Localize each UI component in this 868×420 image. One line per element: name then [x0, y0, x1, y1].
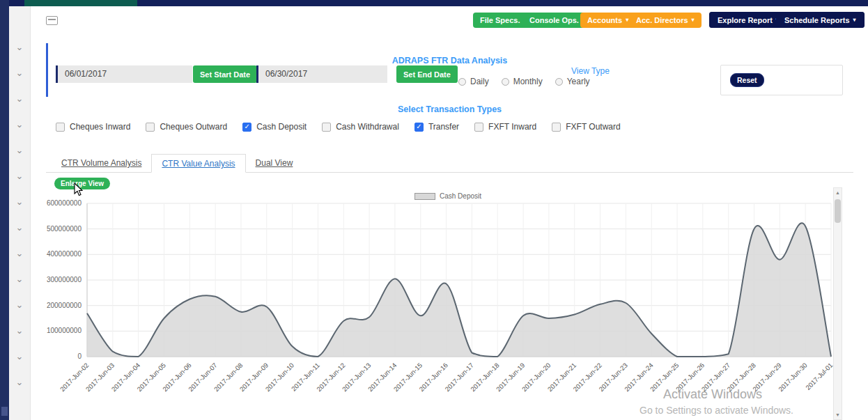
- checkbox-fxft-inward[interactable]: ✓ FXFT Inward: [474, 122, 536, 132]
- transaction-type-checkboxes: ✓ Cheques Inward ✓ Cheques Outward ✓ Cas…: [56, 122, 621, 132]
- chevron-down-icon[interactable]: ⌄: [16, 68, 24, 77]
- chevron-down-icon[interactable]: ⌄: [16, 120, 24, 129]
- chevron-down-icon[interactable]: ⌄: [16, 274, 24, 283]
- accounts-label: Accounts: [587, 16, 622, 24]
- chart-scrollbar[interactable]: ▲ ▼: [833, 187, 842, 420]
- tab-dual-view[interactable]: Dual View: [246, 154, 303, 172]
- scrollbar-thumb[interactable]: [835, 199, 841, 223]
- chevron-down-icon[interactable]: ⌄: [16, 171, 24, 180]
- caret-down-icon: ▾: [853, 17, 856, 23]
- cheques-inward-box[interactable]: ✓: [56, 123, 65, 132]
- transaction-types-label: Select Transaction Types: [46, 104, 853, 114]
- rail-scroll-thumb[interactable]: [1, 407, 8, 416]
- radio-daily-dot[interactable]: [458, 78, 466, 86]
- cash-withdrawal-label: Cash Withdrawal: [336, 122, 399, 132]
- checkbox-cheques-outward[interactable]: ✓ Cheques Outward: [146, 122, 227, 132]
- radio-yearly-dot[interactable]: [555, 78, 563, 86]
- check-icon: ✓: [244, 123, 249, 130]
- set-start-date-button[interactable]: Set Start Date: [193, 65, 257, 83]
- svg-text:2017-Jul-01: 2017-Jul-01: [804, 361, 834, 391]
- collapse-panel-icon[interactable]: [46, 16, 58, 25]
- checkbox-fxft-outward[interactable]: ✓ FXFT Outward: [552, 122, 620, 132]
- fxft-inward-label: FXFT Inward: [488, 122, 536, 132]
- checkbox-cash-withdrawal[interactable]: ✓ Cash Withdrawal: [322, 122, 399, 132]
- form-accent-bar: [46, 43, 48, 97]
- left-navy-rail: [0, 0, 9, 420]
- radio-yearly-label: Yearly: [567, 77, 590, 86]
- transfer-box[interactable]: ✓: [414, 123, 424, 132]
- chevron-down-icon[interactable]: ⌄: [16, 378, 24, 387]
- schedule-reports-button[interactable]: Schedule Reports ▾: [776, 12, 865, 28]
- radio-yearly[interactable]: Yearly: [555, 77, 590, 86]
- acc-directors-label: Acc. Directors: [636, 16, 688, 24]
- schedule-reports-label: Schedule Reports: [784, 16, 850, 24]
- sidebar-menu: ⌄ ⌄ ⌄ ⌄ ⌄ ⌄ ⌄ ⌄ ⌄ ⌄ ⌄ ⌄ ⌄ ⌄: [9, 6, 31, 420]
- fxft-inward-box[interactable]: ✓: [474, 123, 483, 132]
- caret-down-icon: ▾: [692, 17, 695, 23]
- tab-ctr-value-analysis[interactable]: CTR Value Analysis: [151, 154, 245, 173]
- file-specs-label: File Specs.: [480, 16, 520, 24]
- radio-monthly-dot[interactable]: [502, 78, 509, 86]
- check-icon: ✓: [416, 123, 421, 130]
- chevron-down-icon[interactable]: ⌄: [16, 300, 24, 309]
- activate-windows-watermark: Activate Windows: [663, 387, 762, 402]
- radio-daily-label: Daily: [470, 77, 489, 86]
- tab-ctr-volume-analysis[interactable]: CTR Volume Analysis: [52, 154, 151, 172]
- activate-windows-subtext: Go to Settings to activate Windows.: [640, 405, 793, 416]
- chevron-down-icon[interactable]: ⌄: [16, 326, 24, 335]
- cheques-outward-box[interactable]: ✓: [146, 123, 155, 132]
- svg-text:600000000: 600000000: [47, 199, 82, 207]
- cheques-outward-label: Cheques Outward: [160, 122, 227, 132]
- reset-button[interactable]: Reset: [730, 73, 764, 87]
- view-type-radio-group: Daily Monthly Yearly: [458, 77, 590, 86]
- set-end-date-button[interactable]: Set End Date: [396, 65, 458, 83]
- chevron-down-icon[interactable]: ⌄: [16, 197, 24, 206]
- explore-report-label: Explore Report: [718, 16, 773, 24]
- svg-text:100000000: 100000000: [47, 327, 82, 334]
- chevron-down-icon[interactable]: ⌄: [16, 223, 24, 232]
- ctr-value-area-chart: 0100000000200000000300000000400000000500…: [42, 189, 836, 420]
- acc-directors-button[interactable]: Acc. Directors ▾: [629, 13, 702, 28]
- view-type-label: View Type: [571, 66, 610, 76]
- checkbox-cash-deposit[interactable]: ✓ Cash Deposit: [242, 122, 307, 132]
- chevron-down-icon[interactable]: ⌄: [16, 42, 24, 52]
- page-title: ADRAPS FTR Data Analysis: [46, 56, 853, 65]
- radio-daily[interactable]: Daily: [458, 77, 489, 86]
- scroll-up-icon[interactable]: ▲: [834, 190, 842, 195]
- cash-deposit-box[interactable]: ✓: [242, 123, 251, 132]
- radio-monthly-label: Monthly: [513, 77, 543, 86]
- reset-panel: Reset: [720, 65, 843, 95]
- chevron-down-icon[interactable]: ⌄: [16, 352, 24, 361]
- fxft-outward-label: FXFT Outward: [566, 122, 620, 132]
- scroll-down-icon[interactable]: ▼: [834, 412, 842, 417]
- analysis-tabs: CTR Volume Analysis CTR Value Analysis D…: [46, 154, 853, 173]
- cash-deposit-label: Cash Deposit: [256, 122, 307, 132]
- svg-text:400000000: 400000000: [47, 250, 82, 258]
- fxft-outward-box[interactable]: ✓: [552, 123, 561, 132]
- accounts-button[interactable]: Accounts ▾: [580, 13, 635, 28]
- cash-withdrawal-box[interactable]: ✓: [322, 123, 331, 132]
- svg-text:200000000: 200000000: [47, 302, 82, 309]
- cheques-inward-label: Cheques Inward: [70, 122, 130, 132]
- adraps-ftr-analysis-screen: ⌄ ⌄ ⌄ ⌄ ⌄ ⌄ ⌄ ⌄ ⌄ ⌄ ⌄ ⌄ ⌄ ⌄ File Specs. …: [0, 0, 868, 420]
- start-date-input[interactable]: 06/01/2017: [56, 65, 192, 83]
- console-ops-label: Console Ops.: [529, 16, 579, 24]
- end-date-input[interactable]: 06/30/2017: [256, 65, 387, 83]
- chevron-down-icon[interactable]: ⌄: [16, 94, 24, 103]
- chevron-down-icon[interactable]: ⌄: [16, 249, 24, 258]
- radio-monthly[interactable]: Monthly: [502, 77, 543, 86]
- checkbox-cheques-inward[interactable]: ✓ Cheques Inward: [56, 122, 130, 132]
- checkbox-transfer[interactable]: ✓ Transfer: [414, 122, 459, 132]
- caret-down-icon: ▾: [626, 17, 628, 23]
- chevron-down-icon[interactable]: ⌄: [16, 146, 24, 155]
- svg-text:500000000: 500000000: [47, 225, 82, 233]
- svg-text:0: 0: [77, 352, 82, 360]
- transfer-label: Transfer: [428, 122, 459, 132]
- top-teal-accent: [24, 0, 137, 6]
- svg-text:300000000: 300000000: [47, 276, 82, 283]
